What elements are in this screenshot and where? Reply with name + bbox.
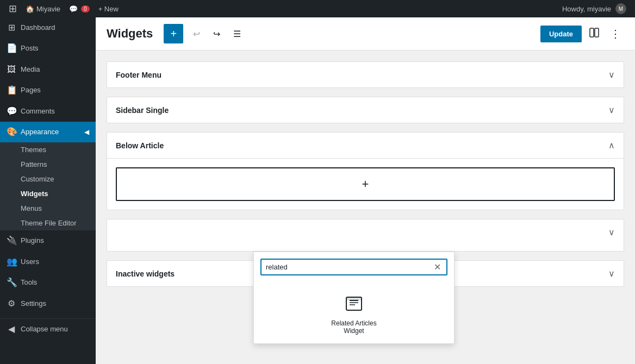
search-clear-button[interactable]: ✕: [433, 262, 442, 272]
sidebar-single-title: Sidebar Single: [116, 106, 169, 115]
appearance-arrow-icon: ◀: [84, 128, 89, 137]
redo-button[interactable]: ↪: [210, 26, 223, 42]
dashboard-icon: ⊞: [7, 22, 16, 34]
widgets-header: Widgets + ↩ ↪ ☰ Update: [96, 17, 635, 51]
svg-rect-1: [595, 28, 599, 37]
more-options-button[interactable]: ⋮: [607, 25, 624, 42]
sidebar-item-theme-file-editor[interactable]: Theme File Editor: [0, 216, 96, 230]
below-article-title: Below Article: [116, 141, 164, 150]
widgets-content[interactable]: Footer Menu ∨ Sidebar Single ∨ Below Art…: [96, 51, 635, 364]
patterns-label: Patterns: [21, 160, 47, 168]
customize-label: Customize: [21, 175, 54, 183]
view-icon: [589, 28, 599, 40]
sidebar-item-posts[interactable]: 📄 Posts: [0, 38, 96, 59]
sidebar-label-tools: Tools: [21, 278, 37, 287]
new-item[interactable]: + New: [94, 0, 123, 17]
admin-bar-right: Howdy, miyavie M: [558, 0, 631, 17]
main-layout: ⊞ Dashboard 📄 Posts 🖼 Media 📋 Pages 💬 Co…: [0, 17, 635, 364]
sidebar-single-header[interactable]: Sidebar Single ∨: [107, 97, 624, 123]
list-icon: ☰: [233, 29, 241, 39]
new-label: + New: [98, 5, 119, 13]
sidebar-label-settings: Settings: [21, 299, 46, 309]
svg-rect-6: [346, 297, 362, 300]
sidebar-label-users: Users: [21, 257, 39, 267]
sidebar: ⊞ Dashboard 📄 Posts 🖼 Media 📋 Pages 💬 Co…: [0, 17, 96, 364]
media-icon: 🖼: [7, 64, 16, 76]
user-avatar: M: [615, 3, 626, 14]
below-article-body: +: [107, 158, 624, 210]
clear-icon: ✕: [434, 262, 441, 272]
site-name: Miyavie: [36, 5, 60, 13]
plugins-icon: 🔌: [7, 235, 16, 247]
sidebar-item-appearance[interactable]: 🎨 Appearance ◀: [0, 122, 96, 142]
comment-icon: 💬: [69, 5, 78, 13]
page-title: Widgets: [107, 27, 153, 41]
users-icon: 👥: [7, 256, 16, 268]
unknown-section-chevron-icon: ∨: [608, 227, 615, 237]
below-article-section: Below Article ∧ +: [107, 132, 624, 210]
sidebar-item-dashboard[interactable]: ⊞ Dashboard: [0, 17, 96, 38]
collapse-label: Collapse menu: [21, 324, 68, 334]
sidebar-item-settings[interactable]: ⚙ Settings: [0, 293, 96, 314]
sidebar-item-tools[interactable]: 🔧 Tools: [0, 272, 96, 293]
sidebar-label-pages: Pages: [21, 85, 41, 95]
admin-bar: ⊞ 🏠 Miyavie 💬 0 + New Howdy, miyavie M: [0, 0, 635, 17]
site-name-item[interactable]: 🏠 Miyavie: [21, 0, 65, 17]
header-right: Update ⋮: [540, 24, 624, 43]
sidebar-item-pages[interactable]: 📋 Pages: [0, 80, 96, 101]
comments-item[interactable]: 💬 0: [65, 0, 94, 17]
list-view-button[interactable]: ☰: [230, 26, 244, 42]
howdy-text: Howdy, miyavie: [562, 5, 611, 13]
footer-menu-title: Footer Menu: [116, 71, 161, 79]
search-input[interactable]: [266, 263, 433, 271]
sidebar-collapse-item[interactable]: ◀ Collapse menu: [0, 318, 96, 340]
footer-menu-header[interactable]: Footer Menu ∨: [107, 62, 624, 87]
related-articles-widget-result[interactable]: Related ArticlesWidget: [327, 291, 381, 339]
widgets-label: Widgets: [21, 190, 48, 198]
sidebar-item-customize[interactable]: Customize: [0, 172, 96, 186]
inactive-widgets-title: Inactive widgets: [116, 269, 175, 278]
widgets-content-wrapper: Footer Menu ∨ Sidebar Single ∨ Below Art…: [96, 51, 635, 364]
comment-count: 0: [81, 5, 90, 12]
sidebar-item-widgets[interactable]: Widgets: [0, 186, 96, 201]
howdy-item[interactable]: Howdy, miyavie M: [558, 0, 631, 17]
below-article-chevron-icon: ∧: [608, 140, 615, 150]
add-block-placeholder[interactable]: +: [116, 167, 615, 201]
comments-icon: 💬: [7, 105, 16, 117]
add-block-plus-icon: +: [362, 177, 369, 191]
sidebar-item-media[interactable]: 🖼 Media: [0, 59, 96, 80]
sidebar-label-media: Media: [21, 65, 40, 74]
search-popup: ✕: [253, 252, 455, 344]
undo-button[interactable]: ↩: [190, 26, 203, 42]
add-block-button[interactable]: +: [164, 24, 183, 43]
svg-rect-0: [590, 28, 594, 37]
inactive-widgets-chevron-icon: ∨: [608, 268, 615, 279]
sidebar-single-chevron-icon: ∨: [608, 105, 615, 115]
view-button[interactable]: [586, 24, 602, 43]
update-button[interactable]: Update: [540, 26, 582, 42]
sidebar-label-plugins: Plugins: [21, 236, 44, 246]
pages-icon: 📋: [7, 84, 16, 96]
sidebar-single-section: Sidebar Single ∨: [107, 97, 624, 123]
sidebar-item-menus[interactable]: Menus: [0, 201, 96, 216]
sidebar-label-posts: Posts: [21, 43, 39, 53]
posts-icon: 📄: [7, 42, 16, 54]
sidebar-item-comments[interactable]: 💬 Comments: [0, 101, 96, 122]
theme-file-editor-label: Theme File Editor: [21, 219, 77, 227]
more-icon: ⋮: [610, 28, 621, 39]
below-article-header[interactable]: Below Article ∧: [107, 133, 624, 158]
unknown-section: ∨: [107, 219, 624, 252]
wp-logo-item[interactable]: ⊞: [4, 0, 21, 17]
unknown-section-header[interactable]: ∨: [107, 219, 624, 245]
tools-icon: 🔧: [7, 277, 16, 288]
undo-icon: ↩: [193, 29, 200, 39]
sidebar-label-dashboard: Dashboard: [21, 23, 55, 33]
sidebar-item-users[interactable]: 👥 Users: [0, 252, 96, 272]
sidebar-label-comments: Comments: [21, 106, 55, 116]
sidebar-item-themes[interactable]: Themes: [0, 142, 96, 157]
related-articles-label: Related ArticlesWidget: [331, 319, 376, 335]
sidebar-item-plugins[interactable]: 🔌 Plugins: [0, 230, 96, 251]
related-articles-icon: [345, 295, 363, 316]
appearance-submenu: Themes Patterns Customize Widgets Menus …: [0, 142, 96, 230]
sidebar-item-patterns[interactable]: Patterns: [0, 157, 96, 172]
